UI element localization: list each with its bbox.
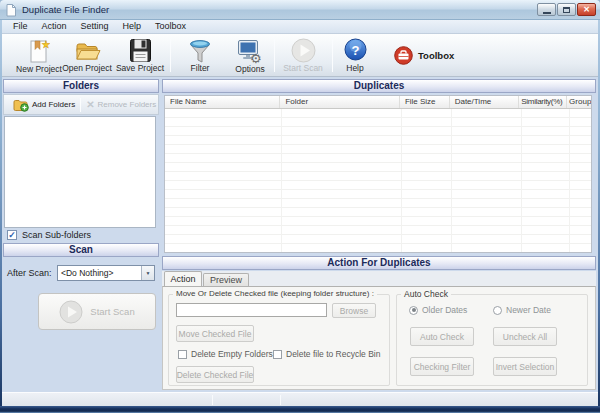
remove-folders-button: ✕ Remove Folders <box>84 96 158 114</box>
filter-button[interactable]: Filter <box>174 37 226 74</box>
app-window: Duplicate File Finder ✕ File Action Sett… <box>0 0 600 413</box>
duplicates-table[interactable]: File Name Folder File Size Date/Time Sim… <box>164 95 592 253</box>
new-project-icon: ★ <box>28 38 50 64</box>
save-project-icon <box>129 38 152 63</box>
newer-date-label: Newer Date <box>506 305 551 315</box>
scan-panel-header: Scan <box>3 243 159 257</box>
maximize-icon <box>563 7 570 13</box>
browse-button: Browse <box>332 303 376 318</box>
column-divider <box>451 109 452 252</box>
dropdown-arrow-icon[interactable]: ▼ <box>141 266 154 280</box>
delete-empty-folders-checkbox[interactable] <box>178 350 187 359</box>
auto-check-button: Auto Check <box>410 327 474 346</box>
menu-toolbox[interactable]: Toolbox <box>148 20 193 33</box>
duplicates-table-header: File Name Folder File Size Date/Time Sim… <box>165 96 591 109</box>
delete-checked-file-button: Delete Checked File <box>176 366 254 383</box>
folders-toolbar: Add Folders ✕ Remove Folders <box>3 94 159 115</box>
duplicates-panel-header: Duplicates <box>162 79 596 93</box>
invert-selection-button: Invert Selection <box>493 357 557 376</box>
folders-toolbar-divider <box>80 98 81 112</box>
column-file-name[interactable]: File Name <box>165 96 280 108</box>
column-similarity[interactable]: Similarity(%) <box>519 96 567 108</box>
newer-date-radio[interactable] <box>493 306 502 315</box>
svg-text:⚙: ⚙ <box>250 51 262 64</box>
older-dates-option[interactable]: Older Dates <box>409 305 467 315</box>
status-bar <box>2 392 598 406</box>
uncheck-all-button: Uncheck All <box>493 327 557 346</box>
menu-help[interactable]: Help <box>116 20 149 33</box>
help-button[interactable]: ? Help <box>335 37 375 74</box>
folder-list[interactable] <box>4 116 156 228</box>
close-button[interactable]: ✕ <box>577 3 596 16</box>
statusbar-divider <box>212 395 213 405</box>
toolbar-divider <box>332 39 333 72</box>
column-date-time[interactable]: Date/Time <box>450 96 520 108</box>
scan-subfolders-label: Scan Sub-folders <box>22 230 91 240</box>
new-project-button[interactable]: ★ New Project <box>13 37 65 74</box>
toolbar: ★ New Project Open Project <box>2 34 598 77</box>
action-panel-header: Action For Duplicates <box>162 256 596 270</box>
after-scan-dropdown[interactable]: <Do Nothing> ▼ <box>57 265 155 281</box>
auto-check-legend: Auto Check <box>401 289 451 299</box>
minimize-button[interactable] <box>537 3 556 16</box>
menu-file[interactable]: File <box>6 20 35 33</box>
after-scan-label: After Scan: <box>7 268 52 278</box>
svg-text:★: ★ <box>42 39 51 50</box>
menu-setting[interactable]: Setting <box>74 20 116 33</box>
column-folder[interactable]: Folder <box>280 96 399 108</box>
add-folder-icon <box>13 98 29 112</box>
start-scan-button: Start Scan <box>38 293 156 330</box>
open-project-icon <box>74 38 101 63</box>
tab-action[interactable]: Action <box>164 271 202 286</box>
toolbox-button[interactable]: Toolbox <box>388 41 460 69</box>
toolbar-divider <box>274 39 275 72</box>
title-bar[interactable]: Duplicate File Finder ✕ <box>0 0 600 20</box>
column-divider <box>521 109 522 252</box>
play-icon <box>59 300 83 324</box>
app-icon <box>6 3 17 17</box>
move-path-input[interactable] <box>176 303 327 317</box>
options-icon: ⚙ <box>237 38 264 64</box>
checking-filter-button: Checking Filter <box>410 357 474 376</box>
close-icon: ✕ <box>583 4 590 15</box>
older-dates-radio[interactable] <box>409 306 418 315</box>
statusbar-divider <box>280 395 281 405</box>
delete-empty-folders-option[interactable]: Delete Empty Folders <box>178 349 273 359</box>
save-project-button[interactable]: Save Project <box>114 37 166 74</box>
filter-icon <box>188 38 212 63</box>
tab-strip: Action Preview <box>162 271 596 286</box>
help-icon: ? <box>344 38 367 61</box>
options-button[interactable]: ⚙ Options <box>224 37 276 74</box>
remove-folder-icon: ✕ <box>86 99 94 111</box>
column-divider <box>569 109 570 252</box>
move-checked-file-button: Move Checked File <box>176 325 254 342</box>
window-bottom-border <box>0 406 600 413</box>
older-dates-label: Older Dates <box>422 305 467 315</box>
duplicates-table-body[interactable] <box>165 109 591 252</box>
move-delete-legend: Move Or Delete Checked file (keeping fol… <box>173 289 377 298</box>
delete-to-recycle-checkbox[interactable] <box>273 350 282 359</box>
svg-text:?: ? <box>351 43 359 58</box>
after-scan-value: <Do Nothing> <box>58 268 141 278</box>
column-divider <box>281 109 282 252</box>
delete-to-recycle-option[interactable]: Delete file to Recycle Bin <box>273 349 381 359</box>
menu-action[interactable]: Action <box>35 20 74 33</box>
newer-date-option[interactable]: Newer Date <box>493 305 551 315</box>
column-group[interactable]: Group <box>567 96 591 108</box>
menu-bar: File Action Setting Help Toolbox <box>2 20 598 34</box>
column-file-size[interactable]: File Size <box>400 96 450 108</box>
tab-preview[interactable]: Preview <box>203 273 249 286</box>
add-folders-button[interactable]: Add Folders <box>11 96 77 114</box>
delete-empty-folders-label: Delete Empty Folders <box>191 349 273 359</box>
open-project-button[interactable]: Open Project <box>61 37 113 74</box>
minimize-icon <box>543 12 551 14</box>
start-scan-toolbar-button: Start Scan <box>277 37 329 74</box>
toolbar-divider <box>170 39 171 72</box>
maximize-button[interactable] <box>557 3 576 16</box>
scan-subfolders-checkbox[interactable] <box>7 230 17 240</box>
delete-to-recycle-label: Delete file to Recycle Bin <box>286 349 381 359</box>
window-title: Duplicate File Finder <box>22 4 109 15</box>
scan-subfolders-option[interactable]: Scan Sub-folders <box>7 230 91 240</box>
start-scan-icon <box>291 38 316 63</box>
column-divider <box>401 109 402 252</box>
